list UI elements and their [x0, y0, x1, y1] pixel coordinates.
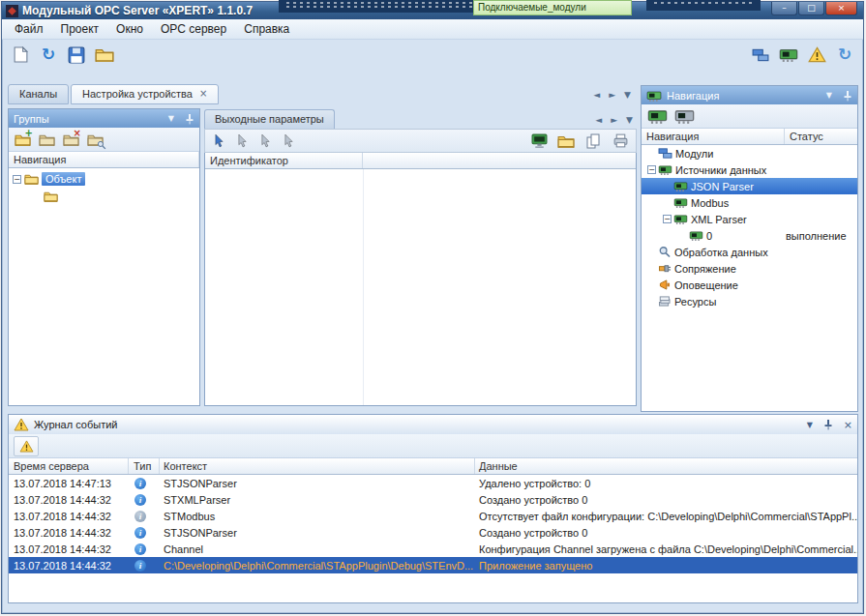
reload-icon[interactable]: ↻: [834, 44, 855, 66]
groups-tree-header-label: Навигация: [9, 152, 199, 167]
column-status[interactable]: Статус: [785, 129, 857, 144]
journal-row[interactable]: 13.07.2018 14:44:32 i STXMLParser Создан…: [9, 491, 857, 508]
journal-events-icon[interactable]: [14, 436, 39, 456]
network-card-icon[interactable]: [778, 44, 799, 66]
nav-node-data-sources[interactable]: − Источники данных: [642, 161, 857, 178]
move-parameter-icon[interactable]: [256, 131, 274, 152]
device-stop-icon[interactable]: [673, 105, 695, 127]
chip-icon: [673, 181, 688, 191]
params-scroll-controls: ◄ ► ▼: [595, 115, 633, 125]
tree-node-label: Объект: [42, 172, 85, 186]
device-status: выполнение: [786, 230, 857, 242]
app-window: Модульный OPC Server «XPERT» 1.1.0.7 – □…: [1, 1, 864, 614]
navigation-toolbar: [642, 104, 857, 129]
background-tooltip-text: Подключаемые_модули: [478, 2, 586, 13]
nav-node-xml-parser[interactable]: − XML Parser: [642, 211, 857, 227]
menu-opc-server[interactable]: OPC сервер: [152, 20, 235, 38]
tab-output-params[interactable]: Выходные параметры: [204, 109, 335, 129]
params-scroll-right-icon[interactable]: ►: [611, 115, 617, 125]
delete-group-icon[interactable]: ×: [62, 131, 80, 149]
groups-panel-header[interactable]: Группы ▼: [9, 109, 199, 128]
journal-row-selected[interactable]: 13.07.2018 14:44:32 i C:\Developing\Delp…: [9, 557, 857, 573]
column-server-time[interactable]: Время сервера: [9, 458, 129, 474]
journal-row[interactable]: 13.07.2018 14:44:32 i Channel Конфигурац…: [9, 541, 857, 557]
tab-channels-label: Каналы: [19, 88, 57, 100]
tab-scroll-left-icon[interactable]: ◄: [593, 90, 600, 100]
window-title: Модульный OPC Server «XPERT» 1.1.0.7: [22, 4, 253, 17]
close-button[interactable]: ×: [825, 2, 857, 15]
new-document-icon[interactable]: [10, 44, 31, 66]
journal-close-icon[interactable]: ×: [844, 419, 852, 431]
open-config-icon[interactable]: [555, 131, 577, 152]
journal-grid: Время сервера Тип Контекст Данные 13.07.…: [9, 458, 857, 602]
maximize-button[interactable]: □: [798, 2, 824, 15]
chip-icon: [689, 230, 703, 241]
window-controls: – □ ×: [771, 2, 857, 15]
edit-parameter-icon[interactable]: [233, 131, 251, 152]
search-group-icon[interactable]: [86, 131, 105, 149]
delete-parameter-icon[interactable]: [280, 131, 297, 152]
folder-icon: [44, 191, 58, 202]
nav-node-json-parser[interactable]: JSON Parser: [642, 178, 857, 194]
collapse-icon[interactable]: −: [663, 215, 672, 223]
tab-scroll-right-icon[interactable]: ►: [609, 90, 615, 100]
column-navigation[interactable]: Навигация: [642, 129, 785, 144]
monitor-icon[interactable]: [528, 131, 550, 152]
journal-row[interactable]: 13.07.2018 14:44:32 i STModbus Отсутству…: [9, 508, 857, 524]
journal-warning-icon: [14, 418, 29, 431]
column-context[interactable]: Контекст: [160, 458, 475, 474]
menu-project[interactable]: Проект: [52, 20, 108, 38]
tab-list-icon[interactable]: ▼: [624, 90, 631, 100]
nav-node-data-processing[interactable]: Обработка данных: [642, 244, 857, 260]
tree-node-child[interactable]: [9, 188, 199, 205]
tab-close-icon[interactable]: ×: [199, 89, 207, 99]
journal-row[interactable]: 13.07.2018 14:47:13 i STJSONParser Удале…: [9, 475, 857, 491]
navigation-pin-icon[interactable]: [843, 90, 852, 102]
journal-row[interactable]: 13.07.2018 14:44:32 i STJSONParser Созда…: [9, 524, 857, 541]
params-list-icon[interactable]: ▼: [626, 115, 633, 125]
nav-node-modbus[interactable]: Modbus: [642, 194, 857, 211]
modules-icon: [658, 147, 672, 160]
params-grid[interactable]: Идентификатор: [204, 153, 637, 406]
journal-toolbar: [9, 434, 857, 458]
add-parameter-icon[interactable]: [210, 131, 227, 152]
column-identifier[interactable]: Идентификатор: [205, 153, 363, 168]
groups-menu-icon[interactable]: ▼: [168, 114, 174, 123]
journal-header[interactable]: Журнал событий ▼ ×: [9, 415, 857, 434]
events-warning-icon[interactable]: [806, 44, 827, 66]
background-tooltip: Подключаемые_модули: [473, 0, 632, 15]
minimize-button[interactable]: –: [771, 2, 797, 15]
groups-tree: − Объект: [9, 168, 199, 405]
refresh-icon[interactable]: ↻: [38, 44, 59, 66]
device-start-icon[interactable]: [646, 105, 668, 127]
tab-device-settings[interactable]: Настройка устройства ×: [71, 84, 219, 104]
add-group-icon[interactable]: +: [14, 131, 32, 149]
menu-help[interactable]: Справка: [235, 20, 298, 38]
column-type[interactable]: Тип: [129, 458, 160, 474]
navigation-menu-icon[interactable]: ▼: [826, 91, 832, 100]
nav-node-resources[interactable]: Ресурсы: [642, 293, 857, 309]
collapse-icon[interactable]: −: [13, 175, 21, 184]
menu-window[interactable]: Окно: [107, 20, 152, 38]
modules-icon[interactable]: [750, 44, 771, 66]
groups-pin-icon[interactable]: [185, 113, 194, 125]
export-icon[interactable]: [610, 131, 631, 152]
group-icon[interactable]: [38, 131, 56, 149]
collapse-icon[interactable]: −: [647, 165, 656, 174]
tab-channels[interactable]: Каналы: [8, 84, 69, 104]
journal-pin-icon[interactable]: [823, 419, 833, 430]
open-folder-icon[interactable]: [94, 44, 115, 66]
nav-node-notification[interactable]: Оповещение: [642, 277, 857, 293]
tree-node-object[interactable]: − Объект: [9, 170, 199, 188]
column-data[interactable]: Данные: [475, 458, 857, 474]
copy-icon[interactable]: [582, 131, 604, 152]
params-scroll-left-icon[interactable]: ◄: [595, 115, 602, 125]
nav-node-device-0[interactable]: 0 выполнение: [642, 227, 857, 244]
navigation-panel-header[interactable]: Навигация ▼: [642, 86, 857, 104]
save-icon[interactable]: [66, 44, 87, 66]
journal-menu-icon[interactable]: ▼: [807, 421, 813, 429]
menu-file[interactable]: Файл: [6, 20, 52, 38]
navigation-panel-title: Навигация: [667, 90, 816, 102]
nav-node-interfacing[interactable]: Сопряжение: [642, 260, 857, 277]
nav-node-modules[interactable]: Модули: [642, 145, 857, 161]
